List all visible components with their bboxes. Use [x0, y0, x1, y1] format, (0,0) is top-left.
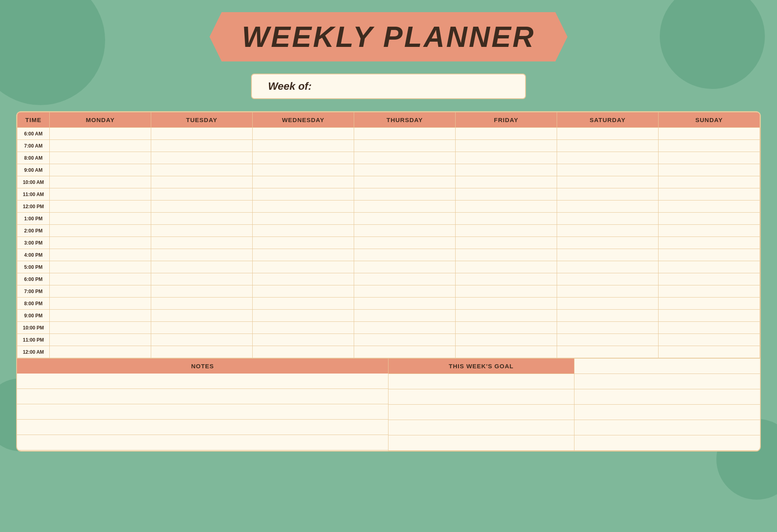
schedule-cell[interactable]	[354, 188, 456, 201]
schedule-cell[interactable]	[50, 298, 151, 310]
schedule-cell[interactable]	[253, 128, 354, 140]
schedule-cell[interactable]	[659, 140, 760, 152]
schedule-cell[interactable]	[557, 152, 659, 164]
schedule-cell[interactable]	[659, 285, 760, 298]
schedule-cell[interactable]	[659, 201, 760, 213]
schedule-cell[interactable]	[659, 225, 760, 237]
schedule-cell[interactable]	[659, 310, 760, 322]
schedule-cell[interactable]	[50, 261, 151, 273]
schedule-cell[interactable]	[151, 334, 253, 346]
schedule-cell[interactable]	[151, 237, 253, 249]
schedule-cell[interactable]	[50, 237, 151, 249]
schedule-cell[interactable]	[151, 310, 253, 322]
schedule-cell[interactable]	[253, 237, 354, 249]
schedule-cell[interactable]	[354, 164, 456, 176]
schedule-cell[interactable]	[659, 152, 760, 164]
schedule-cell[interactable]	[50, 152, 151, 164]
schedule-cell[interactable]	[456, 152, 557, 164]
schedule-cell[interactable]	[557, 237, 659, 249]
schedule-cell[interactable]	[456, 128, 557, 140]
schedule-cell[interactable]	[151, 249, 253, 261]
schedule-cell[interactable]	[659, 261, 760, 273]
schedule-cell[interactable]	[659, 298, 760, 310]
schedule-cell[interactable]	[151, 201, 253, 213]
schedule-cell[interactable]	[50, 164, 151, 176]
schedule-cell[interactable]	[354, 273, 456, 285]
notes-line[interactable]	[17, 404, 388, 420]
schedule-cell[interactable]	[50, 249, 151, 261]
schedule-cell[interactable]	[253, 213, 354, 225]
schedule-cell[interactable]	[50, 213, 151, 225]
schedule-cell[interactable]	[456, 322, 557, 334]
schedule-cell[interactable]	[50, 176, 151, 188]
schedule-cell[interactable]	[354, 285, 456, 298]
schedule-cell[interactable]	[456, 261, 557, 273]
schedule-cell[interactable]	[354, 346, 456, 358]
schedule-cell[interactable]	[557, 310, 659, 322]
schedule-cell[interactable]	[456, 188, 557, 201]
schedule-cell[interactable]	[456, 273, 557, 285]
schedule-cell[interactable]	[557, 176, 659, 188]
goal-line[interactable]	[388, 420, 574, 435]
goal-line[interactable]	[574, 420, 760, 435]
schedule-cell[interactable]	[253, 249, 354, 261]
schedule-cell[interactable]	[659, 176, 760, 188]
schedule-cell[interactable]	[456, 225, 557, 237]
notes-line[interactable]	[17, 374, 388, 389]
schedule-cell[interactable]	[50, 128, 151, 140]
schedule-cell[interactable]	[253, 298, 354, 310]
schedule-cell[interactable]	[253, 285, 354, 298]
schedule-cell[interactable]	[456, 298, 557, 310]
schedule-cell[interactable]	[557, 128, 659, 140]
schedule-cell[interactable]	[151, 152, 253, 164]
schedule-cell[interactable]	[557, 188, 659, 201]
schedule-cell[interactable]	[151, 128, 253, 140]
schedule-cell[interactable]	[151, 322, 253, 334]
schedule-cell[interactable]	[557, 201, 659, 213]
goal-line[interactable]	[388, 389, 574, 405]
schedule-cell[interactable]	[354, 298, 456, 310]
schedule-cell[interactable]	[456, 201, 557, 213]
schedule-cell[interactable]	[253, 140, 354, 152]
schedule-cell[interactable]	[557, 261, 659, 273]
notes-line[interactable]	[17, 435, 388, 450]
schedule-cell[interactable]	[659, 128, 760, 140]
schedule-cell[interactable]	[151, 298, 253, 310]
schedule-cell[interactable]	[354, 176, 456, 188]
schedule-cell[interactable]	[151, 346, 253, 358]
schedule-cell[interactable]	[253, 273, 354, 285]
schedule-cell[interactable]	[456, 176, 557, 188]
schedule-cell[interactable]	[557, 334, 659, 346]
schedule-cell[interactable]	[151, 188, 253, 201]
schedule-cell[interactable]	[456, 213, 557, 225]
schedule-cell[interactable]	[253, 310, 354, 322]
schedule-cell[interactable]	[354, 322, 456, 334]
schedule-cell[interactable]	[456, 140, 557, 152]
schedule-cell[interactable]	[50, 273, 151, 285]
schedule-cell[interactable]	[354, 225, 456, 237]
schedule-cell[interactable]	[253, 261, 354, 273]
schedule-cell[interactable]	[354, 310, 456, 322]
goal-line[interactable]	[574, 405, 760, 420]
schedule-cell[interactable]	[253, 152, 354, 164]
schedule-cell[interactable]	[557, 140, 659, 152]
schedule-cell[interactable]	[557, 273, 659, 285]
schedule-cell[interactable]	[557, 213, 659, 225]
schedule-cell[interactable]	[557, 249, 659, 261]
schedule-cell[interactable]	[557, 164, 659, 176]
schedule-cell[interactable]	[659, 249, 760, 261]
schedule-cell[interactable]	[557, 298, 659, 310]
schedule-cell[interactable]	[151, 225, 253, 237]
schedule-cell[interactable]	[659, 188, 760, 201]
schedule-cell[interactable]	[151, 285, 253, 298]
schedule-cell[interactable]	[557, 346, 659, 358]
schedule-cell[interactable]	[456, 346, 557, 358]
schedule-cell[interactable]	[659, 273, 760, 285]
goal-line[interactable]	[388, 435, 574, 451]
schedule-cell[interactable]	[50, 285, 151, 298]
schedule-cell[interactable]	[50, 201, 151, 213]
schedule-cell[interactable]	[253, 188, 354, 201]
schedule-cell[interactable]	[557, 225, 659, 237]
schedule-cell[interactable]	[253, 176, 354, 188]
schedule-cell[interactable]	[151, 176, 253, 188]
